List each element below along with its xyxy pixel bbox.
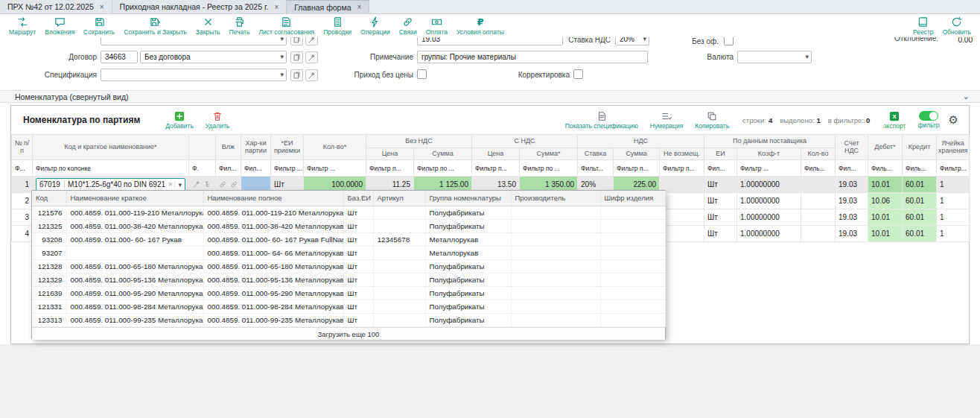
dropdown-row[interactable]: 121576 000.4859. 011.000-119-210 Металло… [32, 206, 665, 219]
col-header-code[interactable]: Код и краткое наименование* [33, 135, 189, 160]
koef-cell[interactable]: 1.00000000 [737, 209, 801, 226]
load-more-button[interactable]: Загрузить еще 100 [32, 327, 665, 340]
payment-terms-button[interactable]: ₽Условия оплаты [452, 15, 509, 37]
filter-cell[interactable]: Фил... [704, 160, 737, 177]
col-header-num[interactable]: № п/п [12, 135, 33, 160]
note-input[interactable]: группы: Прочие материалы [417, 51, 648, 63]
close-icon[interactable]: × [274, 3, 279, 11]
nomenclature-combo-editor[interactable]: 67019 M10*1.25-6g*40 по DIN 6921 × ▾ [36, 178, 185, 191]
filter-cell[interactable]: Фильтр... [937, 160, 970, 177]
sup-qty-cell[interactable] [801, 193, 836, 209]
filter-cell[interactable]: Ф... [12, 160, 33, 177]
filter-cell[interactable]: Фильтр по колонке [33, 160, 189, 177]
koef-cell[interactable]: 1.00000000 [737, 226, 801, 242]
filter-cell[interactable]: Фильт... [578, 160, 614, 177]
refresh-button[interactable]: Обновить [938, 15, 976, 37]
koef-cell[interactable]: 1.00000000 [737, 177, 801, 193]
toggle-on-icon[interactable] [919, 111, 938, 121]
copy-button[interactable]: Копировать [689, 110, 735, 130]
filter-cell[interactable]: Филь... [903, 160, 937, 177]
filter-cell[interactable]: Фильтр п... [660, 160, 704, 177]
col-header-sum[interactable]: Сумма [414, 148, 472, 160]
close-icon[interactable]: × [357, 3, 362, 11]
debit-cell[interactable]: 10.01 [868, 177, 903, 193]
route-button[interactable]: Маршрут [4, 15, 40, 37]
dropdown-row[interactable]: 93207 000.4859. 011.000- 64- 66 Металлор… [32, 246, 665, 259]
filter-cell[interactable]: Филь... [868, 160, 903, 177]
col-header-koef[interactable]: Коэф-т [737, 148, 801, 160]
col-header-sup-qty[interactable]: Кол-во [801, 148, 836, 160]
filter-cell[interactable]: Фил... [241, 160, 271, 177]
filter-cell[interactable]: Фильтр п... [366, 160, 414, 177]
col-header-storage-cell[interactable]: Ячейка хранения [937, 135, 970, 160]
chevron-down-icon[interactable]: ▾ [174, 181, 185, 189]
col-header-debit[interactable]: Дебет* [868, 135, 903, 160]
col-header-credit[interactable]: Кредит [903, 135, 937, 160]
add-row-button[interactable]: Добавить [159, 110, 200, 130]
koef-cell[interactable]: 1.00000000 [737, 193, 801, 209]
filter-cell[interactable]: Фильтр по ... [520, 160, 578, 177]
filter-cell[interactable]: Фил... [836, 160, 868, 177]
col-header-sum-vat[interactable]: Сумма* [520, 148, 578, 160]
approval-sheet-button[interactable]: Лист согласования [254, 15, 319, 37]
storage-cell[interactable]: 1 [937, 177, 970, 193]
sup-qty-cell[interactable] [801, 226, 836, 242]
col-header-price[interactable]: Цена [366, 148, 414, 160]
vat-account-cell[interactable]: 19.03 [836, 177, 868, 193]
vat-account-cell[interactable]: 19.03 [836, 209, 868, 226]
dropdown-row[interactable]: 121328 000.4859. 011.000-65-180 Металлор… [32, 259, 665, 273]
nomenclature-collapsed-section[interactable]: Номенклатура (свернутый вид) ⌄ [0, 90, 980, 103]
col-header-non-refund[interactable]: Не возмещ. [660, 148, 704, 160]
gear-icon[interactable]: ⚙ [946, 113, 961, 127]
col-header-vat-account[interactable]: Счет НДС [836, 135, 868, 160]
debit-cell[interactable]: 10.01 [868, 209, 903, 226]
col-header-sup-ei[interactable]: ЕИ [704, 148, 737, 160]
filter-cell[interactable]: Фильтр п... [614, 160, 660, 177]
save-button[interactable]: Сохранить [79, 15, 119, 37]
vat-account-cell[interactable]: 19.03 [836, 193, 868, 209]
filter-cell[interactable]: Фил... [216, 160, 241, 177]
dropdown-row[interactable]: 123313 000.4859. 011.000-99-235 Металлор… [32, 313, 665, 326]
close-button[interactable]: Закрыть [191, 15, 225, 37]
correction-checkbox[interactable] [573, 69, 583, 79]
attachments-button[interactable]: Вложения [40, 15, 79, 37]
specification-combo[interactable]: ▾ [101, 69, 287, 81]
credit-cell[interactable]: 60.01 [903, 209, 937, 226]
close-icon[interactable]: × [100, 3, 104, 11]
filter-cell[interactable]: Фильтр п... [472, 160, 520, 177]
non-refund-cell[interactable] [660, 177, 704, 193]
registry-button[interactable]: Реестр [909, 15, 938, 37]
magic-wand-button[interactable] [305, 69, 318, 81]
excel-export-button[interactable]: Xэкспорт [877, 110, 911, 130]
open-card-button[interactable] [290, 51, 303, 63]
dropdown-row[interactable]: 121331 000.4859. 011.000-98-284 Металлор… [32, 300, 665, 313]
non-refund-cell[interactable] [660, 209, 704, 226]
tab-main-form[interactable]: Главная форма× [287, 0, 369, 13]
tab-registry[interactable]: Приходная накладная - Реестр за 2025 г.× [112, 0, 287, 13]
sup-ei-cell[interactable]: Шт [704, 209, 737, 226]
debit-cell[interactable]: 10.06 [868, 193, 903, 209]
storage-cell[interactable]: 1 [937, 193, 970, 209]
filter-cell[interactable]: Фильтр ... [304, 160, 366, 177]
links-button[interactable]: Связи [395, 15, 421, 37]
col-header-qty[interactable]: Кол-во* [304, 135, 366, 160]
dropdown-row[interactable]: 93208 000.4859. 011.000- 60- 167 Рукав 0… [32, 232, 665, 246]
no-price-checkbox[interactable] [417, 69, 427, 79]
tab-document[interactable]: ПРХ №42 от 12.02.2025× [0, 0, 112, 13]
clear-icon[interactable]: × [166, 180, 175, 189]
sup-qty-cell[interactable] [801, 177, 836, 193]
sup-qty-cell[interactable] [801, 209, 836, 226]
dropdown-row[interactable]: 121329 000.4859. 011.000-95-136 Металлор… [32, 273, 665, 286]
col-header-vlz[interactable]: Влж [216, 135, 241, 160]
sup-ei-cell[interactable]: Шт [704, 193, 737, 209]
print-button[interactable]: Печать [225, 15, 255, 37]
chevron-down-icon[interactable]: ⌄ [963, 92, 970, 101]
postings-button[interactable]: Проводки [319, 15, 356, 37]
col-header-ei-priem[interactable]: *ЕИ приемки [271, 135, 304, 160]
dropdown-row[interactable]: 121325 000.4859. 011.000-38-420 Металлор… [32, 219, 665, 232]
filter-cell[interactable]: Фильтр ... [737, 160, 801, 177]
payment-button[interactable]: Оплата [421, 15, 452, 37]
open-card-button[interactable] [290, 69, 303, 81]
currency-combo[interactable]: ▾ [737, 51, 812, 63]
save-close-button[interactable]: Сохранить и Закрыть [119, 15, 191, 37]
